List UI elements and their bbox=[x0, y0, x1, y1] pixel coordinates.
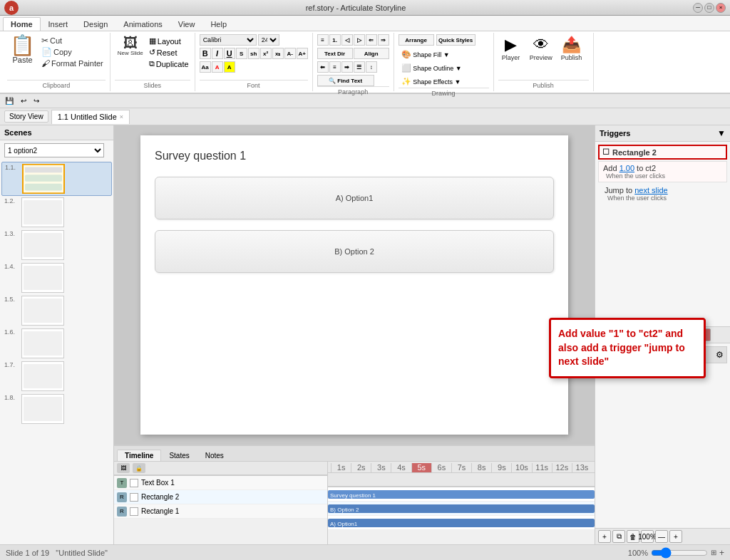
tab-states[interactable]: States bbox=[161, 450, 197, 461]
tab-timeline[interactable]: Timeline bbox=[117, 450, 161, 461]
underline-button[interactable]: U bbox=[224, 48, 235, 59]
scene-duplicate-button[interactable]: ⧉ bbox=[612, 530, 625, 543]
duplicate-button[interactable]: ⧉ Duplicate bbox=[148, 58, 190, 69]
indent-decrease-button[interactable]: ◁ bbox=[341, 34, 353, 46]
layout-icon: ▦ bbox=[149, 36, 156, 46]
slide-thumb-7[interactable]: 1.7. bbox=[1, 360, 112, 393]
text-direction-button[interactable]: Text Dir bbox=[317, 48, 353, 59]
copy-button[interactable]: 📄 Copy bbox=[39, 47, 106, 57]
shape-effects-button[interactable]: ✨ Shape Effects ▼ bbox=[399, 76, 464, 88]
drawing-group: Arrange Quick Styles 🎨 Shape Fill ▼ ⬜ Sh… bbox=[394, 33, 494, 91]
track-check-rect1[interactable] bbox=[130, 507, 138, 516]
slide-thumb-8[interactable]: 1.8. bbox=[1, 393, 112, 425]
track-row-rect1[interactable]: R Rectangle 1 bbox=[114, 504, 327, 519]
numbering-button[interactable]: 1. bbox=[329, 34, 341, 46]
timeline-bar-rect2[interactable]: B) Option 2 bbox=[328, 504, 595, 513]
player-button[interactable]: ▶ Player bbox=[498, 34, 524, 63]
option-b-button[interactable]: B) Option 2 bbox=[155, 230, 554, 273]
close-button[interactable]: × bbox=[716, 3, 726, 13]
track-row-rect2[interactable]: R Rectangle 2 bbox=[114, 490, 327, 504]
font-name-select[interactable]: Calibri bbox=[200, 34, 257, 46]
trigger-jump-link[interactable]: next slide bbox=[634, 186, 667, 195]
tab-help[interactable]: Help bbox=[202, 17, 235, 31]
slide-thumb-3[interactable]: 1.3. bbox=[1, 229, 112, 261]
align-center-button[interactable]: ≡ bbox=[329, 61, 341, 73]
trigger-value-link[interactable]: 1.00 bbox=[620, 164, 634, 172]
undo-button[interactable]: ↩ bbox=[19, 96, 29, 105]
find-text-button[interactable]: 🔍 Find Text bbox=[317, 75, 374, 86]
ltr-button[interactable]: ⇒ bbox=[378, 34, 389, 46]
cut-button[interactable]: ✂ Cut bbox=[39, 36, 106, 46]
slide-tab[interactable]: 1.1 Untitled Slide × bbox=[51, 110, 130, 124]
tab-home[interactable]: Home bbox=[3, 17, 41, 31]
zoom-in-button[interactable]: + bbox=[719, 548, 724, 558]
font-size-decrease-button[interactable]: A- bbox=[284, 48, 296, 59]
trigger-item-2[interactable]: Jump to next slide When the user clicks bbox=[598, 184, 727, 204]
new-slide-button[interactable]: 🖼 New Slide bbox=[115, 34, 146, 58]
shape-effects-icon: ✨ bbox=[401, 77, 411, 85]
slide-thumb-5[interactable]: 1.5. bbox=[1, 294, 112, 327]
paste-button[interactable]: 📋 Paste bbox=[7, 34, 38, 66]
track-check-textbox1[interactable] bbox=[130, 479, 138, 487]
tab-design[interactable]: Design bbox=[76, 17, 115, 31]
maximize-button[interactable]: □ bbox=[704, 3, 714, 13]
track-icon-textbox1: T bbox=[117, 478, 127, 488]
bold-button[interactable]: B bbox=[200, 48, 211, 59]
line-spacing-button[interactable]: ↕ bbox=[366, 61, 377, 73]
timeline-bar-rect1[interactable]: A) Option1 bbox=[328, 519, 595, 527]
slide-thumb-1[interactable]: 1.1. bbox=[1, 162, 112, 196]
track-check-rect2[interactable] bbox=[130, 493, 138, 502]
scene-add-button[interactable]: + bbox=[598, 530, 611, 543]
font-size-increase-button[interactable]: A+ bbox=[297, 48, 308, 59]
scene-select[interactable]: 1 option2 bbox=[4, 143, 104, 157]
zoom-slider[interactable] bbox=[651, 547, 708, 559]
slide-thumb-4[interactable]: 1.4. bbox=[1, 261, 112, 294]
scene-settings-icon[interactable]: ⚙ bbox=[716, 350, 724, 360]
arrange-button[interactable]: Arrange bbox=[399, 34, 434, 46]
highlight-button[interactable]: A bbox=[224, 61, 235, 73]
preview-button[interactable]: 👁 Preview bbox=[527, 34, 555, 63]
publish-button[interactable]: 📤 Publish bbox=[558, 34, 585, 63]
tab-animations[interactable]: Animations bbox=[115, 17, 170, 31]
justify-button[interactable]: ☰ bbox=[354, 61, 365, 73]
strikethrough-button[interactable]: S bbox=[236, 48, 247, 59]
scene-fit-button[interactable]: + bbox=[669, 530, 682, 543]
shadow-button[interactable]: sh bbox=[248, 48, 259, 59]
font-color-button[interactable]: A bbox=[212, 61, 223, 73]
tab-view[interactable]: View bbox=[170, 17, 203, 31]
quick-styles-button[interactable]: Quick Styles bbox=[436, 34, 475, 46]
track-row-textbox1[interactable]: T Text Box 1 bbox=[114, 476, 327, 490]
subscript-button[interactable]: x₂ bbox=[272, 48, 284, 59]
scene-zoom-in-button[interactable]: 100% bbox=[641, 530, 654, 543]
save-button[interactable]: 💾 bbox=[3, 96, 16, 105]
layout-button[interactable]: ▦ Layout bbox=[148, 36, 190, 46]
superscript-button[interactable]: x² bbox=[260, 48, 272, 59]
redo-button[interactable]: ↪ bbox=[31, 96, 41, 105]
align-text-button[interactable]: Align bbox=[354, 48, 389, 59]
align-left-button[interactable]: ⬅ bbox=[317, 61, 329, 73]
reset-button[interactable]: ↺ Reset bbox=[148, 47, 190, 58]
format-painter-button[interactable]: 🖌 Format Painter bbox=[39, 58, 106, 68]
clear-format-button[interactable]: Aa bbox=[200, 61, 211, 73]
timeline-bar-textbox1[interactable]: Survey question 1 bbox=[328, 490, 595, 499]
story-view-button[interactable]: Story View bbox=[4, 110, 48, 123]
slide-thumb-6[interactable]: 1.6. bbox=[1, 327, 112, 360]
zoom-fit-button[interactable]: ⊞ bbox=[711, 549, 716, 556]
shape-outline-button[interactable]: ⬜ Shape Outline ▼ bbox=[399, 62, 465, 74]
rtl-button[interactable]: ⇐ bbox=[366, 34, 377, 46]
triggers-collapse-button[interactable]: ▼ bbox=[717, 128, 726, 138]
font-size-select[interactable]: 24 bbox=[258, 34, 279, 46]
align-right-button[interactable]: ➡ bbox=[341, 61, 353, 73]
minimize-button[interactable]: ─ bbox=[693, 3, 703, 13]
tab-insert[interactable]: Insert bbox=[41, 17, 76, 31]
trigger-item-1[interactable]: Add 1.00 to ct2 When the user clicks bbox=[598, 161, 727, 182]
close-tab-button[interactable]: × bbox=[120, 113, 123, 120]
scene-zoom-out-button[interactable]: — bbox=[655, 530, 668, 543]
bullets-button[interactable]: ≡ bbox=[317, 34, 329, 46]
option-a-button[interactable]: A) Option1 bbox=[155, 177, 554, 219]
shape-fill-button[interactable]: 🎨 Shape Fill ▼ bbox=[399, 48, 453, 61]
slide-thumb-2[interactable]: 1.2. bbox=[1, 196, 112, 229]
tab-notes[interactable]: Notes bbox=[197, 450, 232, 461]
indent-increase-button[interactable]: ▷ bbox=[354, 34, 365, 46]
italic-button[interactable]: I bbox=[212, 48, 223, 59]
